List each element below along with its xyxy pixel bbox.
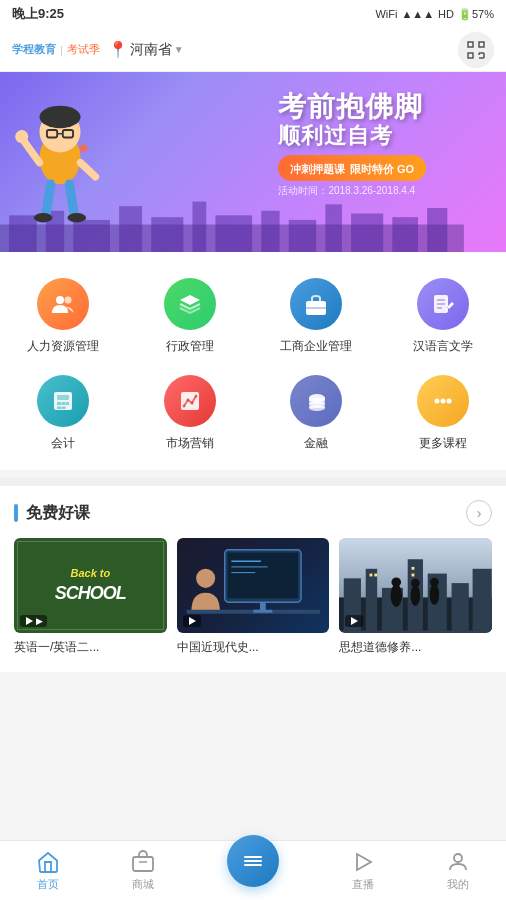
category-account-label: 会计 (51, 435, 75, 452)
svg-point-97 (430, 578, 439, 587)
course-play-icon-ethics (345, 615, 363, 627)
course-card-english[interactable]: Back to SCHOOL ▶ 英语一/英语二... (14, 538, 167, 656)
courses-row: Back to SCHOOL ▶ 英语一/英语二... (14, 538, 492, 656)
category-biz[interactable]: 工商企业管理 (253, 268, 380, 365)
svg-point-92 (391, 584, 402, 607)
section-title-wrap: 免费好课 (14, 503, 90, 524)
svg-point-63 (309, 405, 325, 411)
category-hr-label: 人力资源管理 (27, 338, 99, 355)
more-dots-icon (430, 388, 456, 414)
section-header: 免费好课 › (14, 500, 492, 526)
category-hr-icon (37, 278, 89, 330)
svg-rect-14 (215, 215, 252, 252)
svg-line-29 (81, 163, 96, 177)
svg-rect-12 (151, 217, 183, 252)
svg-point-36 (65, 297, 72, 304)
location-pin-icon: 📍 (108, 40, 128, 59)
category-marketing[interactable]: 市场营销 (127, 365, 254, 462)
svg-rect-48 (62, 402, 66, 405)
category-finance[interactable]: 金融 (253, 365, 380, 462)
category-biz-icon (290, 278, 342, 330)
svg-point-56 (194, 395, 197, 398)
briefcase-icon (303, 291, 329, 317)
calculator-icon (50, 388, 76, 414)
promo-text1: 冲刺押题课 (290, 163, 345, 175)
category-finance-label: 金融 (304, 435, 328, 452)
character-illustration: ★ (10, 102, 110, 242)
svg-rect-13 (192, 202, 206, 252)
scan-icon (466, 40, 486, 60)
svg-rect-81 (366, 569, 377, 631)
play-icon-3 (349, 616, 359, 626)
course-play-icon-english: ▶ (20, 615, 47, 627)
category-more[interactable]: 更多课程 (380, 365, 507, 462)
svg-rect-0 (468, 42, 473, 47)
status-bar: 晚上9:25 WiFi ▲▲▲ HD 🔋57% (0, 0, 506, 28)
free-courses-section: 免费好课 › Back to SCHOOL ▶ 英语一/英语二... (0, 486, 506, 672)
battery-icon: 🔋57% (458, 8, 494, 21)
nav-home[interactable]: 首页 (28, 846, 68, 896)
svg-rect-69 (227, 553, 298, 599)
menu-icon (240, 848, 266, 874)
svg-point-94 (411, 585, 421, 606)
category-admin-icon (164, 278, 216, 330)
course-title-english: 英语一/英语二... (14, 639, 167, 656)
svg-rect-90 (412, 574, 415, 577)
bottom-nav: 首页 商城 直播 我的 (0, 840, 506, 900)
svg-point-54 (186, 399, 189, 402)
svg-point-66 (446, 399, 451, 404)
see-more-arrow: › (477, 505, 482, 521)
status-time: 晚上9:25 (12, 5, 64, 23)
svg-rect-1 (479, 42, 484, 47)
category-admin-label: 行政管理 (166, 338, 214, 355)
promo-banner[interactable]: ★ 考前抱佛脚 顺利过自考 冲刺押题课 限时特价 GO 活动时间：2018.3.… (0, 72, 506, 252)
scan-button[interactable] (458, 32, 494, 68)
category-account-icon (37, 375, 89, 427)
svg-line-31 (69, 184, 74, 214)
nav-shop[interactable]: 商城 (123, 846, 163, 896)
svg-rect-16 (289, 220, 316, 252)
banner-text-area: 考前抱佛脚 顺利过自考 冲刺押题课 限时特价 GO 活动时间：2018.3.26… (278, 92, 426, 198)
hd-badge: HD (438, 8, 454, 20)
category-chinese[interactable]: 汉语言文学 (380, 268, 507, 365)
svg-line-30 (46, 184, 51, 214)
svg-rect-18 (351, 214, 383, 252)
live-icon (351, 850, 375, 874)
nav-center-button[interactable] (227, 835, 279, 887)
category-admin[interactable]: 行政管理 (127, 268, 254, 365)
svg-rect-86 (473, 569, 492, 631)
nav-mine[interactable]: 我的 (438, 846, 478, 896)
location-button[interactable]: 📍 河南省 ▼ (108, 40, 184, 59)
svg-point-65 (440, 399, 445, 404)
svg-text:★: ★ (77, 139, 90, 156)
svg-marker-98 (351, 617, 358, 625)
svg-rect-20 (427, 208, 447, 252)
course-card-history[interactable]: 中国近现代史... (177, 538, 330, 656)
category-hr[interactable]: 人力资源管理 (0, 268, 127, 365)
svg-point-93 (392, 577, 402, 587)
course-thumb-ethics (339, 538, 492, 633)
course-play-icon-history (183, 615, 201, 627)
profile-icon (446, 850, 470, 874)
svg-point-55 (190, 402, 193, 405)
course-card-ethics[interactable]: 思想道德修养... (339, 538, 492, 656)
exam-season: 考试季 (67, 42, 100, 57)
nav-live[interactable]: 直播 (343, 846, 383, 896)
svg-rect-51 (62, 407, 66, 410)
svg-rect-89 (412, 567, 415, 570)
svg-rect-50 (57, 407, 61, 410)
category-account[interactable]: 会计 (0, 365, 127, 462)
see-more-button[interactable]: › (466, 500, 492, 526)
edit-icon (430, 291, 456, 317)
course-thumb-history (177, 538, 330, 633)
school-text: SCHOOL (55, 583, 126, 604)
svg-rect-11 (119, 206, 142, 252)
svg-marker-37 (180, 295, 200, 305)
course-title-history: 中国近现代史... (177, 639, 330, 656)
nav-center[interactable] (219, 841, 287, 901)
svg-rect-99 (133, 857, 153, 871)
nav-home-label: 首页 (37, 877, 59, 892)
category-chinese-label: 汉语言文学 (413, 338, 473, 355)
layers-icon (177, 291, 203, 317)
section-title-bar (14, 504, 18, 522)
